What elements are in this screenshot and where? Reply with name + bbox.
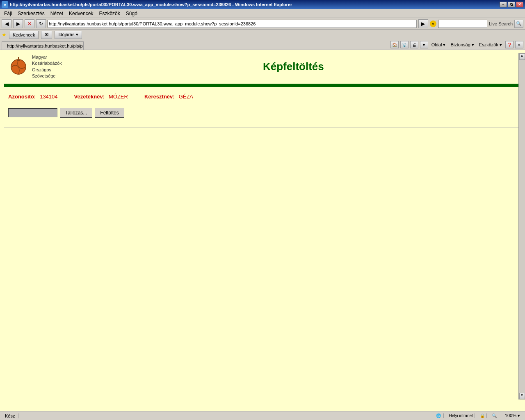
print-button[interactable]: 🖨 bbox=[410, 41, 418, 48]
logo-image bbox=[8, 57, 29, 77]
titlebar-left: e http://nyilvantartas.hunbasket.hu/pls/… bbox=[2, 1, 292, 8]
window-title: http://nyilvantartas.hunbasket.hu/pls/po… bbox=[10, 2, 292, 7]
tabbar-icons: 🏠 📡 🖨 ▾ Oldal ▾ Biztonság ▾ Eszközök ▾ ❓… bbox=[390, 41, 523, 50]
menu-kedvencek[interactable]: Kedvencek bbox=[66, 10, 96, 17]
ie-content: Magyar Kosárlabdázók Országos Szövetsége… bbox=[0, 50, 525, 411]
azonosito-label: Azonosító: bbox=[8, 94, 36, 100]
zone-label: Helyi intranet bbox=[447, 413, 475, 418]
upload-button[interactable]: Feltöltés bbox=[95, 108, 124, 118]
menu-szerkesztes[interactable]: Szerkesztés bbox=[15, 10, 47, 17]
search-container: Live Search 🔍 bbox=[438, 20, 523, 28]
stop-button[interactable]: ✕ bbox=[25, 19, 34, 28]
nav-toolbar: ◀ ▶ ✕ ↻ ▶ e Live Search 🔍 bbox=[0, 18, 525, 30]
zoom-icon: 🔍 bbox=[490, 413, 498, 418]
page-title: Képfeltöltés bbox=[70, 60, 517, 73]
menu-fajl[interactable]: Fájl bbox=[2, 10, 14, 17]
info-row: Azonosító: 134104 Vezetéknév: MÓZER Kere… bbox=[0, 87, 525, 106]
address-input[interactable] bbox=[48, 20, 417, 28]
keresztnev-value: GÉZA bbox=[179, 94, 193, 100]
favorites-label: Kedvencek bbox=[13, 32, 35, 37]
titlebar-controls: − ⧉ ✕ bbox=[500, 2, 523, 7]
browser-window: e http://nyilvantartas.hunbasket.hu/pls/… bbox=[0, 0, 525, 420]
menu-eszkozok[interactable]: Eszközök bbox=[96, 10, 122, 17]
oldal-label[interactable]: Oldal ▾ bbox=[430, 42, 447, 48]
rss-button[interactable]: 📡 bbox=[400, 41, 409, 48]
azonosito-value: 134104 bbox=[40, 94, 57, 100]
favorites-button[interactable]: Kedvencek bbox=[9, 31, 39, 39]
active-tab[interactable]: http://nyilvantartas.hunbasket.hu/pls/po… bbox=[2, 41, 84, 50]
help-button[interactable]: ❓ bbox=[505, 41, 514, 48]
restore-button[interactable]: ⧉ bbox=[508, 2, 515, 7]
search-input[interactable] bbox=[438, 20, 487, 28]
logo-area: Magyar Kosárlabdázók Országos Szövetsége bbox=[8, 54, 62, 80]
search-button[interactable]: 🔍 bbox=[514, 20, 523, 28]
content-area: Magyar Kosárlabdázók Országos Szövetsége… bbox=[0, 50, 525, 411]
go-button[interactable]: ▶ bbox=[418, 19, 428, 28]
vezeteknev-label: Vezetéknév: bbox=[74, 94, 105, 100]
titlebar: e http://nyilvantartas.hunbasket.hu/pls/… bbox=[0, 0, 525, 9]
separator-line bbox=[4, 128, 521, 128]
logo-line3: Országos bbox=[32, 67, 62, 73]
address-bar-container bbox=[48, 20, 417, 28]
live-search-label: Live Search bbox=[489, 21, 513, 26]
mail-icon[interactable]: ✉ bbox=[41, 31, 52, 39]
star-icon: ★ bbox=[2, 32, 7, 38]
idojaras-label: Időjárás ▾ bbox=[58, 32, 78, 37]
zoom-level[interactable]: 100% ▾ bbox=[502, 413, 523, 418]
tabbar: http://nyilvantartas.hunbasket.hu/pls/po… bbox=[0, 40, 525, 50]
menubar: Fájl Szerkesztés Nézet Kedvencek Eszközö… bbox=[0, 9, 525, 18]
ie-icon: e bbox=[2, 1, 8, 8]
zone-icon: 🌐 bbox=[434, 413, 444, 418]
file-input-box[interactable] bbox=[8, 108, 57, 117]
refresh-button[interactable]: ↻ bbox=[36, 19, 46, 28]
ie-logo: e bbox=[430, 21, 436, 27]
logo-line2: Kosárlabdázók bbox=[32, 60, 62, 66]
logo-line4: Szövetsége bbox=[32, 73, 62, 79]
tab-label: http://nyilvantartas.hunbasket.hu/pls/po… bbox=[7, 43, 84, 48]
extend-button[interactable]: » bbox=[515, 41, 523, 48]
menu-sugo[interactable]: Súgó bbox=[123, 10, 140, 17]
logo-line1: Magyar bbox=[32, 54, 62, 60]
scrollbar[interactable]: ▲ ▼ bbox=[518, 53, 525, 399]
idojaras-button[interactable]: Időjárás ▾ bbox=[55, 31, 82, 39]
home-button[interactable]: 🏠 bbox=[390, 41, 399, 48]
logo-text: Magyar Kosárlabdázók Országos Szövetsége bbox=[32, 54, 62, 80]
status-text: Kész bbox=[2, 413, 18, 418]
print-dropdown[interactable]: ▾ bbox=[420, 41, 428, 48]
statusbar: Kész 🌐 Helyi intranet 🔒 🔍 100% ▾ bbox=[0, 411, 525, 420]
green-bar bbox=[4, 84, 521, 87]
minimize-button[interactable]: − bbox=[500, 2, 507, 7]
keresztnev-label: Keresztnév: bbox=[144, 94, 175, 100]
forward-button[interactable]: ▶ bbox=[13, 19, 23, 28]
page-header: Magyar Kosárlabdázók Országos Szövetsége… bbox=[0, 50, 525, 84]
eszkozok-label[interactable]: Eszközök ▾ bbox=[477, 42, 504, 48]
vezeteknev-value: MÓZER bbox=[109, 94, 128, 100]
browse-button[interactable]: Tallózás... bbox=[60, 108, 92, 118]
biztonsag-label[interactable]: Biztonság ▾ bbox=[449, 42, 475, 48]
favorites-bar: ★ Kedvencek ✉ Időjárás ▾ bbox=[0, 30, 525, 40]
lock-icon: 🔒 bbox=[478, 413, 487, 418]
upload-row: Tallózás... Feltöltés bbox=[0, 106, 525, 124]
back-button[interactable]: ◀ bbox=[2, 19, 11, 28]
menu-nezet[interactable]: Nézet bbox=[48, 10, 66, 17]
close-button[interactable]: ✕ bbox=[516, 2, 523, 7]
